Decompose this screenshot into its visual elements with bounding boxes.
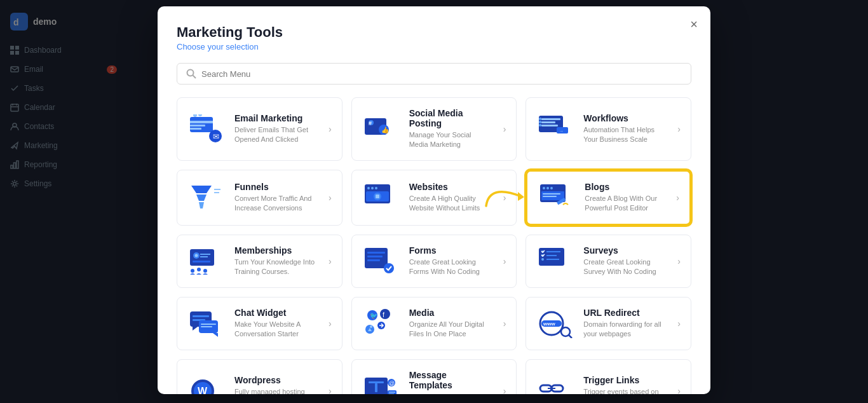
websites-desc: Create A High Quality Website Without Li… bbox=[409, 194, 492, 214]
trigger-links-arrow: › bbox=[677, 386, 681, 394]
funnels-arrow: › bbox=[329, 193, 332, 203]
surveys-arrow: › bbox=[677, 256, 681, 266]
svg-rect-70 bbox=[365, 248, 388, 268]
email-marketing-title: Email Marketing bbox=[234, 113, 317, 123]
card-social-media[interactable]: # 👍 Social Media Posting Manage Your Soc… bbox=[351, 97, 517, 161]
funnels-icon bbox=[187, 182, 226, 214]
svg-text:W: W bbox=[198, 386, 208, 394]
svg-rect-19 bbox=[190, 121, 213, 123]
svg-marker-40 bbox=[191, 186, 212, 193]
modal-title: Marketing Tools bbox=[177, 24, 691, 41]
svg-text:🐦: 🐦 bbox=[370, 311, 378, 320]
card-trigger-links[interactable]: Trigger Links Trigger events based on wh… bbox=[526, 359, 691, 394]
svg-point-46 bbox=[367, 187, 370, 189]
forms-title: Forms bbox=[409, 245, 492, 256]
chat-widget-arrow: › bbox=[329, 318, 332, 329]
wordpress-title: Wordpress bbox=[234, 375, 317, 385]
social-media-content: Social Media Posting Manage Your Social … bbox=[409, 108, 492, 150]
svg-point-93 bbox=[370, 325, 372, 328]
funnels-desc: Convert More Traffic And Increase Conver… bbox=[234, 194, 317, 214]
svg-text:#: # bbox=[369, 120, 372, 126]
svg-rect-66 bbox=[193, 261, 210, 263]
svg-rect-20 bbox=[190, 125, 205, 126]
card-blogs[interactable]: Blogs Create A Blog With Our Powerful Po… bbox=[526, 170, 691, 226]
email-marketing-desc: Deliver Emails That Get Opened And Click… bbox=[234, 125, 317, 145]
svg-marker-52 bbox=[518, 192, 524, 201]
card-websites[interactable]: Websites Create A High Quality Website W… bbox=[351, 170, 517, 226]
svg-point-67 bbox=[191, 269, 194, 273]
wordpress-content: Wordpress Fully managed hosting with spe… bbox=[234, 375, 317, 394]
card-email-marketing[interactable]: ✉ Email Marketing Deliver Emails That Ge… bbox=[177, 97, 342, 161]
close-button[interactable]: × bbox=[690, 18, 698, 31]
trigger-links-content: Trigger Links Trigger events based on wh… bbox=[583, 375, 666, 394]
forms-icon bbox=[362, 245, 400, 277]
svg-rect-34 bbox=[541, 125, 558, 126]
svg-point-35 bbox=[539, 118, 541, 120]
wordpress-icon: W bbox=[187, 375, 226, 394]
chat-widget-content: Chat Widget Make Your Website A Conversa… bbox=[234, 308, 317, 339]
websites-title: Websites bbox=[409, 182, 492, 192]
svg-point-16 bbox=[187, 70, 194, 76]
chat-widget-desc: Make Your Website A Conversation Starter bbox=[234, 320, 317, 339]
svg-rect-33 bbox=[541, 121, 555, 123]
svg-point-63 bbox=[195, 254, 198, 257]
memberships-icon bbox=[187, 245, 226, 277]
email-marketing-icon: ✉ bbox=[187, 113, 226, 145]
websites-content: Websites Create A High Quality Website W… bbox=[409, 182, 492, 214]
svg-text:👍: 👍 bbox=[381, 126, 390, 134]
url-redirect-icon: www bbox=[536, 308, 574, 339]
card-wordpress[interactable]: W Wordpress Fully managed hosting with s… bbox=[177, 359, 342, 394]
svg-point-36 bbox=[539, 121, 541, 123]
card-chat-widget[interactable]: Chat Widget Make Your Website A Conversa… bbox=[177, 297, 342, 350]
social-media-icon: # 👍 bbox=[362, 113, 400, 145]
svg-rect-59 bbox=[543, 196, 557, 197]
svg-rect-104 bbox=[369, 381, 384, 383]
svg-rect-71 bbox=[367, 252, 385, 254]
svg-point-55 bbox=[546, 187, 549, 189]
url-redirect-desc: Domain forwarding for all your webpages bbox=[583, 320, 666, 339]
modal-overlay[interactable]: Marketing Tools Choose your selection × bbox=[0, 0, 868, 403]
svg-rect-51 bbox=[376, 195, 379, 198]
card-forms[interactable]: Forms Create Great Looking Forms With No… bbox=[351, 235, 517, 288]
card-media[interactable]: 🐦 f Media Organize Al bbox=[351, 297, 517, 350]
card-memberships[interactable]: Memberships Turn Your Knowledge Into Tra… bbox=[177, 235, 342, 288]
surveys-desc: Create Great Looking Survey With No Codi… bbox=[583, 257, 666, 277]
svg-point-37 bbox=[539, 124, 541, 126]
trigger-links-desc: Trigger events based on when the link is… bbox=[583, 387, 666, 394]
svg-rect-21 bbox=[190, 128, 201, 130]
svg-point-78 bbox=[541, 258, 544, 261]
funnels-title: Funnels bbox=[234, 182, 317, 192]
card-surveys[interactable]: Surveys Create Great Looking Survey With… bbox=[526, 235, 691, 288]
tools-grid: ✉ Email Marketing Deliver Emails That Ge… bbox=[177, 97, 691, 394]
svg-text:→: → bbox=[559, 128, 564, 134]
svg-line-99 bbox=[569, 335, 572, 338]
memberships-arrow: › bbox=[329, 256, 332, 266]
svg-point-25 bbox=[198, 114, 202, 116]
svg-rect-72 bbox=[367, 256, 383, 257]
memberships-content: Memberships Turn Your Knowledge Into Tra… bbox=[234, 245, 317, 277]
wordpress-desc: Fully managed hosting with speed and sup… bbox=[234, 387, 317, 394]
svg-text:@: @ bbox=[389, 380, 395, 386]
card-funnels[interactable]: Funnels Convert More Traffic And Increas… bbox=[177, 170, 342, 226]
message-templates-title: Message Templates bbox=[409, 370, 492, 390]
svg-rect-32 bbox=[541, 118, 560, 120]
media-arrow: › bbox=[503, 318, 506, 329]
card-workflows[interactable]: → Workflows Automation That Helps Your B… bbox=[526, 97, 691, 161]
blogs-arrow: › bbox=[676, 193, 679, 203]
workflows-arrow: › bbox=[677, 124, 681, 134]
surveys-title: Surveys bbox=[583, 245, 666, 256]
surveys-icon bbox=[536, 245, 574, 277]
workflows-content: Workflows Automation That Helps Your Bus… bbox=[583, 113, 666, 145]
card-url-redirect[interactable]: www URL Redirect Domain forwarding for a… bbox=[526, 297, 691, 350]
funnels-content: Funnels Convert More Traffic And Increas… bbox=[234, 182, 317, 214]
svg-point-74 bbox=[384, 263, 394, 273]
wordpress-arrow: › bbox=[329, 386, 332, 394]
svg-rect-58 bbox=[543, 193, 560, 195]
search-input[interactable] bbox=[201, 69, 682, 79]
svg-point-47 bbox=[371, 187, 374, 189]
blogs-content: Blogs Create A Blog With Our Powerful Po… bbox=[585, 182, 665, 214]
svg-text:✉: ✉ bbox=[213, 132, 219, 141]
svg-text:www: www bbox=[543, 321, 555, 327]
modal-subtitle: Choose your selection bbox=[177, 42, 691, 51]
card-message-templates[interactable]: @ Message Templates Create text messages… bbox=[351, 359, 517, 394]
